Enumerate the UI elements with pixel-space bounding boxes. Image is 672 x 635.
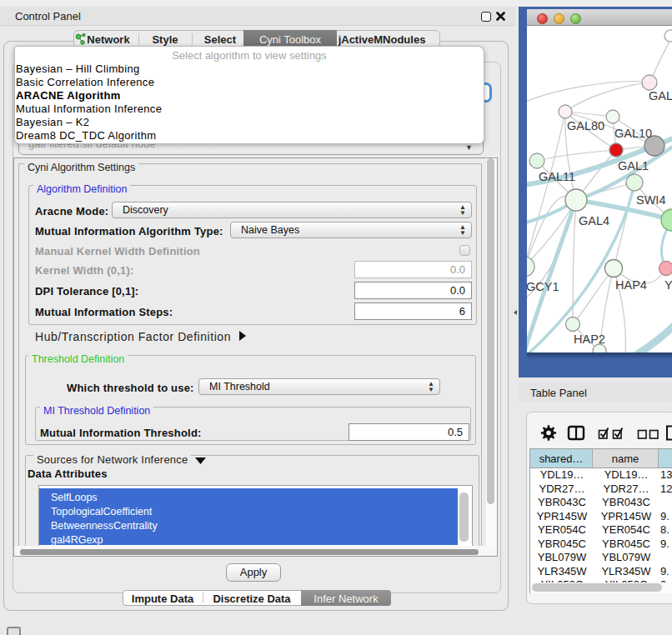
svg-text:Y: Y: [664, 278, 672, 292]
svg-text:GAL2: GAL2: [649, 89, 672, 102]
svg-text:HAP2: HAP2: [574, 332, 605, 346]
svg-text:GAL11: GAL11: [539, 170, 575, 183]
svg-text:GAL4: GAL4: [579, 214, 609, 228]
svg-text:GCY1: GCY1: [527, 280, 559, 293]
svg-text:GAL10: GAL10: [614, 127, 652, 140]
svg-text:HAP4: HAP4: [615, 278, 647, 292]
svg-text:SWI4: SWI4: [636, 193, 665, 207]
svg-text:GAL80: GAL80: [567, 119, 604, 132]
svg-text:GAL1: GAL1: [618, 159, 649, 172]
